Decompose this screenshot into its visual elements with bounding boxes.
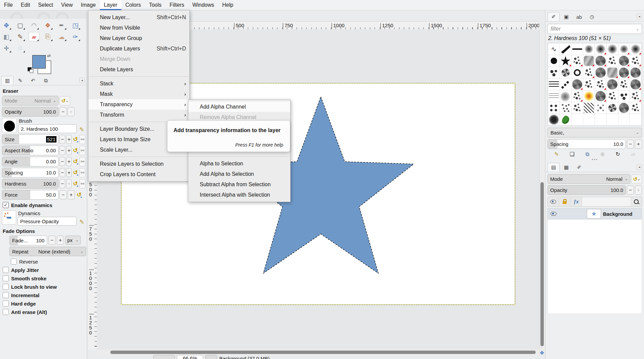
- menu-image[interactable]: Image: [77, 0, 100, 10]
- tab-device-status[interactable]: ✎: [14, 76, 26, 85]
- brush-swatch-dotsd[interactable]: [560, 79, 571, 90]
- spacing-increase-button[interactable]: +: [635, 139, 642, 149]
- brush-swatch-spray[interactable]: [618, 79, 630, 90]
- tab-channels[interactable]: ▦: [560, 163, 572, 172]
- increase-button[interactable]: +: [66, 168, 72, 177]
- size-slider[interactable]: Size521: [2, 134, 59, 144]
- checkbox[interactable]: [3, 275, 9, 281]
- visibility-header-button[interactable]: [548, 197, 559, 206]
- tab-undo-history[interactable]: ↶: [27, 76, 39, 85]
- menu-item-delete-layers[interactable]: Delete Layers: [88, 64, 189, 75]
- spacing-decrease-button[interactable]: −: [627, 139, 634, 149]
- tool-move[interactable]: ✥: [1, 21, 11, 30]
- menu-view[interactable]: View: [57, 0, 77, 10]
- brush-set-dropdown[interactable]: Basic, ⌄: [547, 128, 642, 137]
- brush-swatch-spray[interactable]: [572, 90, 583, 102]
- refresh-brushes-icon[interactable]: ↻: [616, 151, 620, 157]
- opacity-decrease-button[interactable]: −: [60, 107, 67, 116]
- swap-colors-icon[interactable]: ⇄: [47, 53, 51, 58]
- layer-visibility-icon[interactable]: [551, 212, 557, 216]
- brush-swatch-grunge[interactable]: [595, 55, 606, 67]
- checkbox[interactable]: [11, 258, 17, 265]
- reset-icon[interactable]: ↺●: [73, 180, 78, 188]
- brush-swatch-glow[interactable]: [583, 90, 595, 102]
- effects-header-button[interactable]: ƒx: [571, 197, 582, 206]
- brush-swatch-spray[interactable]: [630, 102, 641, 114]
- layer-list-empty-area[interactable]: [547, 220, 642, 314]
- tool-transform[interactable]: ◳: [70, 21, 80, 30]
- checkbox[interactable]: [3, 284, 9, 290]
- edit-brush-icon[interactable]: ✎: [554, 151, 559, 157]
- fade-unit-dropdown[interactable]: px ⌄: [65, 236, 81, 245]
- menu-item-stack[interactable]: Stack›: [88, 78, 189, 89]
- menu-help[interactable]: Help: [218, 0, 237, 10]
- brush-swatch-line[interactable]: [572, 43, 583, 55]
- zoom-level-field[interactable]: 66.6%: [177, 355, 203, 359]
- brush-swatch-sponge[interactable]: [560, 102, 571, 114]
- brush-swatch-spray[interactable]: [572, 55, 583, 67]
- status-units-button[interactable]: [153, 355, 175, 359]
- brush-spacing-slider[interactable]: Spacing 10.0: [547, 139, 626, 149]
- brush-swatch-soft[interactable]: [618, 43, 630, 55]
- layer-thumbnail[interactable]: ★: [587, 209, 601, 218]
- layer-name[interactable]: Background: [603, 211, 633, 217]
- brush-swatch-grunge[interactable]: [618, 55, 630, 67]
- tool-paths[interactable]: ✑: [70, 32, 80, 41]
- tool-zoom[interactable]: ◌: [15, 44, 25, 52]
- new-brush-icon[interactable]: ❏: [570, 151, 574, 157]
- menu-layer[interactable]: Layer: [100, 0, 121, 10]
- reset-icon[interactable]: ↺●: [73, 147, 78, 154]
- tool-select-by-color[interactable]: ❖: [43, 21, 53, 30]
- menu-windows[interactable]: Windows: [188, 0, 218, 10]
- brush-swatch-empty[interactable]: [618, 114, 630, 125]
- link-icon[interactable]: ⚯: [79, 157, 85, 166]
- brush-swatch-empty[interactable]: [595, 114, 606, 125]
- foreground-color-swatch[interactable]: [32, 55, 46, 69]
- tool-clone[interactable]: ⎘: [43, 32, 53, 41]
- submenu-item-subtract-alpha-from-selection[interactable]: Subtract Alpha from Selection: [188, 179, 290, 190]
- brush-swatch-spray[interactable]: [595, 79, 606, 90]
- hardness-slider[interactable]: Hardness100.0: [2, 179, 59, 189]
- brush-swatch-wedge[interactable]: [560, 43, 571, 55]
- opacity-slider[interactable]: Opacity 100.0: [2, 107, 59, 117]
- brush-swatch-fuzzy[interactable]: [595, 43, 606, 55]
- brush-swatch-chalk[interactable]: [583, 55, 595, 67]
- increase-button[interactable]: +: [66, 157, 72, 166]
- increase-button[interactable]: +: [66, 146, 72, 155]
- submenu-item-alpha-to-selection[interactable]: Alpha to Selection: [188, 158, 290, 169]
- brush-swatch-empty[interactable]: [607, 114, 618, 125]
- opacity-increase-button[interactable]: +: [68, 107, 75, 116]
- brush-swatch-empty[interactable]: [583, 114, 595, 125]
- tab-document-history[interactable]: ◷: [586, 12, 598, 21]
- brush-swatch-lines[interactable]: [548, 79, 560, 90]
- brush-swatch-dots[interactable]: [618, 90, 630, 102]
- dock-collapse-icon[interactable]: ◂: [637, 14, 642, 19]
- tool-smudge[interactable]: ☁: [56, 32, 67, 41]
- increase-button[interactable]: +: [68, 190, 75, 199]
- angle-slider[interactable]: Angle0.00: [2, 157, 59, 166]
- lock-header-button[interactable]: [559, 197, 570, 206]
- submenu-item-intersect-alpha-with-selection[interactable]: Intersect Alpha with Selection: [188, 190, 290, 200]
- brush-swatch-dots[interactable]: [548, 67, 560, 78]
- horizontal-scrollbar[interactable]: [97, 350, 539, 355]
- decrease-button[interactable]: −: [60, 190, 67, 199]
- brush-swatch-grunge[interactable]: [630, 67, 641, 78]
- brush-swatch-fuzzy[interactable]: [607, 43, 618, 55]
- brush-swatch-spray[interactable]: [583, 79, 595, 90]
- checkbox[interactable]: [3, 292, 9, 298]
- menu-filters[interactable]: Filters: [165, 0, 188, 10]
- brush-swatch-fuzzy[interactable]: [630, 43, 641, 55]
- zoom-dropdown[interactable]: [205, 355, 217, 359]
- decrease-button[interactable]: −: [60, 135, 65, 144]
- brush-swatch-dots3[interactable]: [548, 102, 560, 114]
- fade-decrease-button[interactable]: −: [48, 236, 55, 245]
- menu-item-crop-layers-to-content[interactable]: Crop Layers to Content: [88, 169, 189, 180]
- brush-swatch-empty[interactable]: [630, 114, 641, 125]
- dock-collapse-icon[interactable]: ◂: [637, 164, 642, 170]
- increase-button[interactable]: +: [66, 179, 72, 188]
- brush-swatch-flower[interactable]: [607, 102, 618, 114]
- brush-swatch-chalk[interactable]: [607, 67, 618, 78]
- brush-swatch-hlines[interactable]: [548, 90, 560, 102]
- link-icon[interactable]: ⚯: [79, 179, 85, 189]
- tab-fonts[interactable]: ab: [573, 12, 585, 21]
